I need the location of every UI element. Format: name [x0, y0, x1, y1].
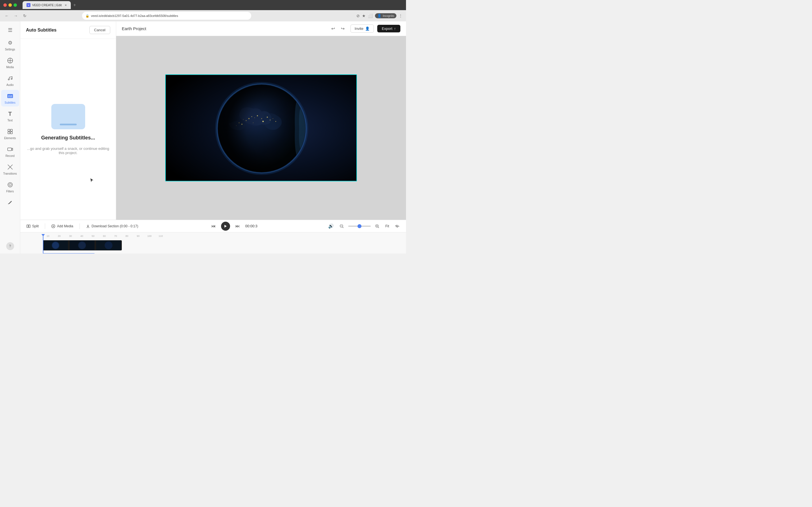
fit-label: Fit: [386, 224, 389, 228]
undo-redo: ↩ ↪: [329, 24, 347, 33]
volume-button[interactable]: 🔊: [327, 222, 335, 230]
zoom-slider[interactable]: [348, 226, 371, 227]
video-actions: ↩ ↪ Invite 👤 Export ↑: [329, 24, 400, 33]
sidebar-text-label: Text: [7, 119, 12, 122]
redo-button[interactable]: ↪: [339, 24, 347, 33]
svg-line-51: [378, 227, 379, 228]
sidebar-item-edit[interactable]: [1, 196, 19, 209]
browser-chrome: V VEED CREATE | Edit ✕ +: [0, 0, 406, 10]
help-button[interactable]: ?: [6, 242, 14, 250]
svg-point-15: [8, 182, 12, 187]
clip-thumbnails: [43, 240, 122, 250]
right-panel: Earth Project ↩ ↪ Invite 👤 Export ↑: [116, 21, 406, 220]
tab-bar: V VEED CREATE | Edit ✕ +: [22, 1, 403, 9]
settings-icon: ⚙: [6, 39, 14, 47]
subtitles-panel: Auto Subtitles Cancel Generating Subtitl…: [20, 21, 116, 220]
sidebar-media-label: Media: [6, 66, 14, 69]
sidebar-item-transitions[interactable]: Transitions: [1, 161, 19, 177]
generating-title: Generating Subtitles...: [41, 135, 95, 141]
sidebar-item-record[interactable]: Record: [1, 143, 19, 160]
sidebar-transitions-label: Transitions: [3, 172, 17, 175]
skip-back-button[interactable]: ⏮: [209, 222, 218, 230]
video-track-content[interactable]: [43, 240, 406, 250]
playhead-handle: [42, 234, 45, 236]
undo-button[interactable]: ↩: [329, 24, 338, 33]
svg-rect-10: [8, 129, 10, 131]
waveform-button[interactable]: [393, 222, 402, 230]
url-bar[interactable]: 🔒 veed.io/edit/abcb1297-5a01-4d77-b2aa-a…: [82, 12, 251, 20]
close-window-button[interactable]: [3, 3, 7, 7]
sidebar-item-text[interactable]: T Text: [1, 108, 19, 124]
extensions-icon[interactable]: ⬜: [368, 13, 373, 18]
video-track: [20, 239, 406, 251]
fit-button[interactable]: Fit: [384, 223, 391, 229]
maximize-window-button[interactable]: [13, 3, 17, 7]
project-title: Earth Project: [122, 26, 146, 31]
play-icon: [224, 224, 227, 228]
generating-subtitle: ...go and grab yourself a snack, or cont…: [26, 147, 110, 155]
split-button[interactable]: Split: [25, 223, 40, 229]
sidebar-menu-toggle[interactable]: ☰: [6, 25, 15, 36]
panel-header: Auto Subtitles Cancel: [20, 21, 116, 39]
back-button[interactable]: ←: [3, 12, 10, 19]
add-media-button[interactable]: Add Media: [50, 223, 75, 229]
tab-close-button[interactable]: ✕: [64, 4, 67, 7]
record-icon: [6, 145, 14, 153]
video-clip[interactable]: [43, 240, 122, 250]
download-icon: [86, 224, 90, 228]
sidebar-item-subtitles[interactable]: Subtitles: [1, 90, 19, 107]
cancel-button[interactable]: Cancel: [89, 26, 110, 34]
svg-rect-5: [7, 94, 13, 98]
split-label: Split: [32, 224, 39, 228]
waveform-icon: [395, 224, 400, 228]
skip-forward-button[interactable]: ⏭: [234, 222, 242, 230]
address-bar: ← → ↻ 🔒 veed.io/edit/abcb1297-5a01-4d77-…: [0, 10, 406, 21]
earth-svg: [166, 75, 357, 181]
zoom-out-button[interactable]: [338, 222, 346, 230]
new-tab-button[interactable]: +: [72, 2, 78, 8]
main-content: Auto Subtitles Cancel Generating Subtitl…: [20, 21, 406, 253]
app: ☰ ⚙ Settings Media: [0, 21, 406, 253]
generating-area: Generating Subtitles... ...go and grab y…: [20, 39, 116, 220]
separator2: [80, 223, 80, 229]
loading-card: [51, 104, 85, 129]
menu-icon[interactable]: ⋮: [399, 13, 403, 18]
earth-visual: [166, 75, 356, 181]
refresh-button[interactable]: ↻: [21, 12, 28, 19]
sidebar-item-audio[interactable]: Audio: [1, 72, 19, 89]
minimize-window-button[interactable]: [8, 3, 12, 7]
tab-favicon: V: [27, 3, 31, 7]
sidebar-item-elements[interactable]: Elements: [1, 125, 19, 142]
audio-track-content[interactable]: Audio epic-new-world-m...: [43, 251, 406, 253]
subtitles-icon: [6, 92, 14, 100]
invite-button[interactable]: Invite 👤: [350, 24, 374, 33]
forward-button[interactable]: →: [12, 12, 19, 19]
active-tab[interactable]: V VEED CREATE | Edit ✕: [22, 1, 71, 9]
text-icon: T: [6, 110, 14, 118]
sidebar-item-media[interactable]: Media: [1, 54, 19, 71]
content-area: Auto Subtitles Cancel Generating Subtitl…: [20, 21, 406, 220]
zoom-in-button[interactable]: [373, 222, 382, 230]
split-icon: [27, 224, 31, 228]
svg-rect-12: [8, 132, 10, 134]
bookmark-icon[interactable]: ★: [362, 13, 366, 18]
export-button[interactable]: Export ↑: [377, 25, 400, 33]
svg-point-58: [79, 242, 86, 249]
svg-rect-40: [29, 225, 30, 228]
svg-point-36: [218, 85, 305, 172]
download-section-button[interactable]: Download Section (0:00 - 0:17): [84, 223, 140, 229]
sidebar-subtitles-label: Subtitles: [4, 101, 15, 104]
svg-rect-11: [10, 129, 12, 131]
incognito-badge: 👤 Incognito: [375, 13, 396, 18]
cast-icon[interactable]: ⊘: [356, 13, 360, 18]
video-container: [116, 36, 406, 220]
play-button[interactable]: [221, 222, 230, 231]
invite-label: Invite: [355, 26, 363, 31]
sidebar-item-filters[interactable]: Filters: [1, 179, 19, 195]
audio-clip[interactable]: Audio epic-new-world-m...: [43, 253, 95, 253]
sidebar-item-settings[interactable]: ⚙ Settings: [1, 37, 19, 53]
incognito-label: Incognito: [383, 14, 394, 17]
svg-point-3: [8, 79, 9, 80]
video-frame[interactable]: [165, 74, 357, 181]
filters-icon: [6, 181, 14, 189]
